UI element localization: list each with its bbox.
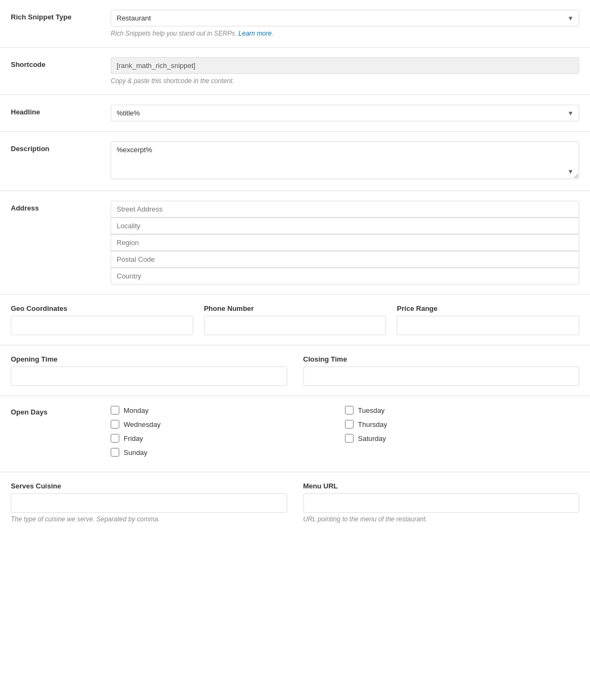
description-wrapper: ▼	[111, 141, 579, 181]
geo-coordinates-label: Geo Coordinates	[11, 304, 193, 312]
phone-number-col: Phone Number	[204, 304, 397, 335]
description-textarea[interactable]	[111, 141, 579, 179]
address-field	[111, 201, 579, 284]
monday-checkbox[interactable]	[111, 406, 119, 414]
days-right-col: Tuesday Thursday Saturday	[345, 406, 579, 462]
address-label: Address	[11, 201, 111, 212]
menu-url-col: Menu URL URL pointing to the menu of the…	[303, 482, 580, 523]
description-field: ▼	[111, 141, 579, 181]
serves-cuisine-col: Serves Cuisine The type of cuisine we se…	[11, 482, 303, 523]
wednesday-item: Wednesday	[111, 420, 345, 429]
tuesday-label: Tuesday	[358, 406, 384, 414]
price-range-col: Price Range	[397, 304, 579, 335]
closing-time-label: Closing Time	[303, 355, 580, 363]
menu-url-input[interactable]	[303, 493, 580, 513]
open-days-field: Monday Wednesday Friday Sunday	[111, 406, 579, 462]
opening-time-input[interactable]	[11, 366, 287, 386]
sunday-checkbox[interactable]	[111, 448, 119, 457]
opening-time-col: Opening Time	[11, 355, 303, 386]
thursday-label: Thursday	[358, 420, 387, 429]
days-left-col: Monday Wednesday Friday Sunday	[111, 406, 345, 462]
street-address-input[interactable]	[111, 201, 579, 218]
shortcode-help-text: Copy & paste this shortcode in the conte…	[111, 77, 579, 85]
wednesday-label: Wednesday	[124, 420, 160, 429]
open-days-label: Open Days	[11, 406, 111, 416]
rich-snippet-help-text: Rich Snippets help you stand out in SERP…	[111, 30, 579, 37]
headline-select-wrapper: %title% ▼	[111, 105, 579, 121]
rich-snippet-type-field: Restaurant ▼ Rich Snippets help you stan…	[111, 10, 579, 37]
price-range-input[interactable]	[397, 316, 579, 335]
serves-cuisine-help: The type of cuisine we serve. Separated …	[11, 515, 287, 523]
headline-select[interactable]: %title%	[111, 105, 579, 121]
menu-url-help: URL pointing to the menu of the restaura…	[303, 515, 580, 523]
shortcode-label: Shortcode	[11, 57, 111, 69]
phone-number-input[interactable]	[204, 316, 386, 335]
country-input[interactable]	[111, 268, 579, 284]
shortcode-row: Shortcode Copy & paste this shortcode in…	[0, 47, 590, 95]
wednesday-checkbox[interactable]	[111, 420, 119, 429]
postal-code-input[interactable]	[111, 251, 579, 268]
serves-menu-row: Serves Cuisine The type of cuisine we se…	[0, 472, 590, 533]
rich-snippet-form: Rich Snippet Type Restaurant ▼ Rich Snip…	[0, 0, 590, 533]
sunday-label: Sunday	[124, 448, 147, 457]
tuesday-checkbox[interactable]	[345, 406, 354, 414]
phone-number-label: Phone Number	[204, 304, 386, 312]
geo-coordinates-col: Geo Coordinates	[11, 304, 204, 335]
friday-checkbox[interactable]	[111, 434, 119, 443]
opening-time-label: Opening Time	[11, 355, 287, 363]
headline-row: Headline %title% ▼	[0, 95, 590, 132]
rich-snippet-type-label: Rich Snippet Type	[11, 10, 111, 21]
rich-snippet-type-select[interactable]: Restaurant	[111, 10, 579, 26]
friday-item: Friday	[111, 434, 345, 443]
thursday-item: Thursday	[345, 420, 579, 429]
geo-phone-price-row: Geo Coordinates Phone Number Price Range	[0, 295, 590, 345]
menu-url-label: Menu URL	[303, 482, 580, 490]
headline-label: Headline	[11, 105, 111, 116]
learn-more-link[interactable]: Learn more	[239, 30, 272, 37]
saturday-label: Saturday	[358, 434, 386, 443]
price-range-label: Price Range	[397, 304, 579, 312]
closing-time-col: Closing Time	[303, 355, 580, 386]
description-row: Description ▼	[0, 132, 590, 191]
closing-time-input[interactable]	[303, 366, 580, 386]
open-days-row: Open Days Monday Wednesday Friday Sunday	[0, 396, 590, 472]
headline-field: %title% ▼	[111, 105, 579, 121]
region-input[interactable]	[111, 234, 579, 251]
address-row: Address	[0, 191, 590, 295]
opening-closing-row: Opening Time Closing Time	[0, 345, 590, 396]
rich-snippet-help-static: Rich Snippets help you stand out in SERP…	[111, 30, 236, 37]
monday-item: Monday	[111, 406, 345, 414]
serves-cuisine-input[interactable]	[11, 493, 287, 513]
description-label: Description	[11, 141, 111, 153]
friday-label: Friday	[124, 434, 143, 443]
shortcode-field: Copy & paste this shortcode in the conte…	[111, 57, 579, 85]
saturday-checkbox[interactable]	[345, 434, 354, 443]
sunday-item: Sunday	[111, 448, 345, 457]
rich-snippet-type-select-wrapper: Restaurant ▼	[111, 10, 579, 26]
thursday-checkbox[interactable]	[345, 420, 354, 429]
serves-cuisine-label: Serves Cuisine	[11, 482, 287, 490]
monday-label: Monday	[124, 406, 148, 414]
geo-coordinates-input[interactable]	[11, 316, 193, 335]
tuesday-item: Tuesday	[345, 406, 579, 414]
saturday-item: Saturday	[345, 434, 579, 443]
shortcode-input[interactable]	[111, 57, 579, 74]
locality-input[interactable]	[111, 218, 579, 234]
rich-snippet-type-row: Rich Snippet Type Restaurant ▼ Rich Snip…	[0, 0, 590, 47]
